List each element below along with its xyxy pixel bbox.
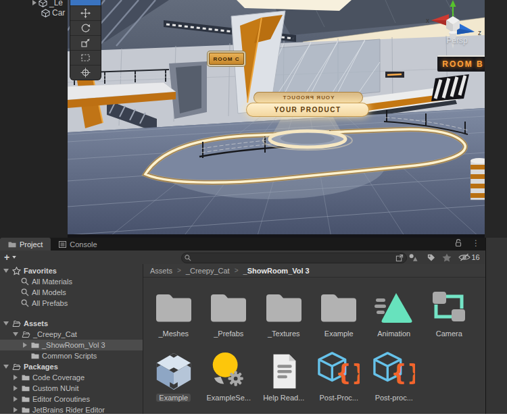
create-asset-button[interactable]: +	[4, 252, 17, 263]
tree-item-favorites[interactable]: Favorites	[0, 265, 143, 276]
console-icon	[59, 241, 66, 248]
postprocess-profile-icon: {}	[373, 350, 415, 392]
tree-item-all-prefabs[interactable]: All Prefabs	[0, 298, 143, 309]
search-icon	[21, 299, 29, 307]
asset-prefabs-folder[interactable]: _Prefabs	[201, 286, 257, 350]
hand-tool-button[interactable]	[70, 0, 101, 5]
asset-example-package[interactable]: Example	[146, 350, 201, 414]
unity-editor-window: _Le Car	[0, 0, 507, 420]
folder-icon	[22, 406, 30, 413]
hidden-count-value: 16	[471, 253, 479, 261]
foldout-closed-icon[interactable]	[23, 342, 27, 348]
text-document-icon	[263, 350, 305, 392]
product-ring-back: YOUR PRODUCT	[254, 92, 363, 103]
scene-tools-overlay	[70, 0, 101, 80]
folder-icon	[318, 290, 359, 324]
scale-tool-button[interactable]	[70, 35, 101, 50]
breadcrumb-creepy-cat[interactable]: _Creepy_Cat	[186, 267, 230, 275]
tree-label: All Materials	[32, 278, 72, 286]
breadcrumb-current[interactable]: _ShowRoom_Vol 3	[243, 267, 310, 275]
hierarchy-item[interactable]: Car	[41, 8, 65, 18]
asset-meshes-folder[interactable]: _Meshes	[146, 286, 201, 350]
chevron-down-icon	[12, 256, 16, 259]
hidden-count-button[interactable]: 16	[457, 252, 481, 263]
breadcrumb-separator: >	[235, 267, 239, 274]
asset-camera-script[interactable]: Camera	[422, 286, 477, 350]
settings-asset-icon	[208, 350, 249, 392]
rotate-tool-button[interactable]	[70, 20, 101, 35]
gizmo-y-axis-icon	[450, 0, 456, 7]
tree-item-creepy-cat[interactable]: _Creepy_Cat	[0, 329, 143, 340]
asset-help-readme[interactable]: Help Read...	[256, 350, 312, 414]
panel-menu-kebab-icon[interactable]: ⋮	[472, 239, 480, 247]
asset-animation-clip[interactable]: Animation	[366, 286, 422, 350]
gizmo-projection-label[interactable]: Persp	[431, 36, 483, 45]
hierarchy-panel: _Le Car	[0, 0, 68, 238]
tree-item-all-materials[interactable]: All Materials	[0, 276, 143, 287]
project-console-tabbar: Project Console	[0, 238, 485, 251]
foldout-closed-icon[interactable]	[14, 386, 18, 391]
room-c-sign: ROOM C	[209, 53, 244, 65]
panel-controls: ⋮	[454, 238, 480, 247]
foldout-arrow-icon[interactable]	[32, 0, 37, 5]
folder-icon	[31, 352, 39, 359]
foldout-open-icon[interactable]	[3, 321, 9, 325]
unlock-icon[interactable]	[454, 238, 462, 247]
folder-icon	[22, 385, 30, 392]
asset-label: Post-proc...	[372, 394, 416, 402]
tree-label: _ShowRoom_Vol 3	[42, 341, 105, 349]
favorites-star-button[interactable]	[441, 252, 453, 263]
tree-item-code-coverage[interactable]: Code Coverage	[0, 372, 143, 383]
product-ring-back-text: YOUR PRODUCT	[283, 95, 335, 101]
tree-item-assets[interactable]: Assets	[0, 318, 143, 329]
asset-postprocess-profile[interactable]: {} Post-Proc...	[312, 350, 367, 414]
asset-textures-folder[interactable]: _Textures	[256, 286, 312, 350]
unity-logo-icon	[153, 350, 195, 392]
transform-tool-button[interactable]	[70, 65, 101, 80]
tab-console[interactable]: Console	[51, 238, 105, 251]
asset-label: _Prefabs	[211, 330, 246, 338]
asset-label: Animation	[375, 330, 413, 338]
foldout-open-icon[interactable]	[3, 269, 9, 273]
folder-icon	[22, 396, 30, 402]
search-by-type-icon	[408, 253, 418, 262]
tree-item-custom-nunit[interactable]: Custom NUnit	[0, 383, 143, 394]
postprocess-profile-icon: {}	[318, 350, 360, 392]
asset-example-folder[interactable]: Example	[312, 286, 367, 350]
scene-view[interactable]: ROOM C ROOM B YOUR PRODUCT YOUR PRODUCT	[68, 0, 485, 238]
rect-tool-button[interactable]	[70, 50, 101, 65]
foldout-closed-icon[interactable]	[14, 396, 18, 402]
tree-label: Common Scripts	[42, 352, 97, 360]
top-right-panel-gap	[485, 0, 507, 238]
foldout-closed-icon[interactable]	[14, 375, 18, 380]
tab-project[interactable]: Project	[0, 238, 51, 251]
tree-item-jetbrains-rider-editor[interactable]: JetBrains Rider Editor	[0, 404, 143, 414]
move-tool-icon	[80, 8, 91, 18]
tree-item-packages[interactable]: Packages	[0, 361, 143, 372]
folder-icon	[31, 342, 39, 348]
move-tool-button[interactable]	[70, 5, 101, 20]
asset-label: Example	[322, 330, 356, 338]
scene-orientation-gizmo[interactable]: x z	[418, 0, 485, 54]
tree-label: Custom NUnit	[32, 384, 78, 392]
tree-item-showroom-vol3[interactable]: _ShowRoom_Vol 3	[0, 340, 143, 350]
asset-postprocess-profile[interactable]: {} Post-proc...	[366, 350, 422, 414]
folder-open-icon	[12, 320, 21, 327]
tree-label: JetBrains Rider Editor	[32, 406, 105, 414]
asset-example-settings[interactable]: ExampleSe...	[201, 350, 257, 414]
open-search-window-icon[interactable]	[395, 254, 404, 262]
hierarchy-item[interactable]: _Le	[32, 0, 63, 7]
search-input[interactable]	[194, 253, 393, 263]
product-ring-front-text: YOUR PRODUCT	[274, 106, 341, 113]
foldout-closed-icon[interactable]	[14, 407, 18, 413]
window-bottom-gap	[0, 414, 507, 420]
foldout-open-icon[interactable]	[13, 332, 18, 336]
tree-item-common-scripts[interactable]: Common Scripts	[0, 350, 143, 361]
tree-item-editor-coroutines[interactable]: Editor Coroutines	[0, 394, 143, 404]
breadcrumb-assets[interactable]: Assets	[150, 267, 172, 275]
search-field[interactable]	[181, 253, 407, 263]
foldout-open-icon[interactable]	[3, 365, 9, 369]
search-by-type-button[interactable]	[407, 252, 419, 263]
search-by-label-button[interactable]	[425, 252, 437, 263]
tree-item-all-models[interactable]: All Models	[0, 287, 143, 298]
